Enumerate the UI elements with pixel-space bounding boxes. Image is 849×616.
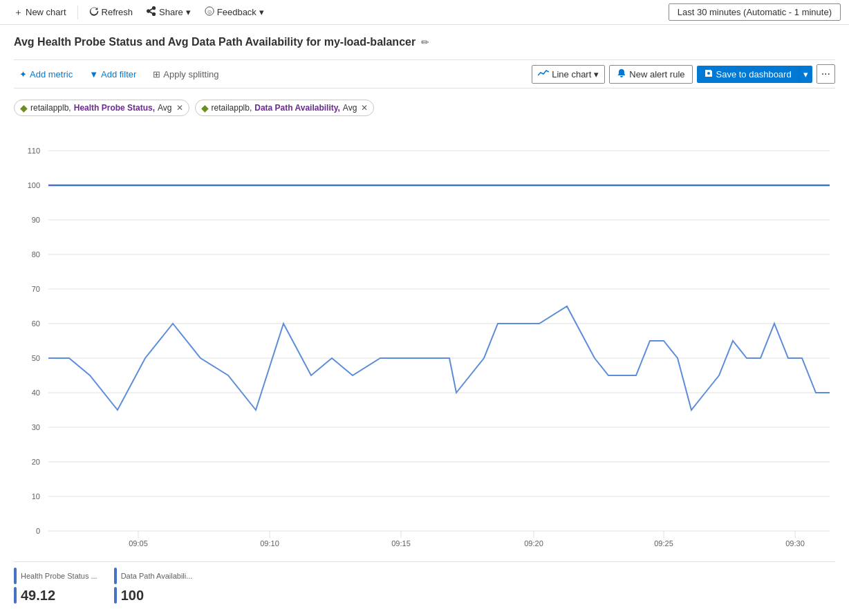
legend-item-1: Health Probe Status ... 49.12 (14, 568, 97, 604)
chart-legend: Health Probe Status ... 49.12 Data Path … (14, 561, 835, 609)
legend-value-row-1: 49.12 (14, 587, 97, 604)
refresh-icon (89, 6, 99, 18)
svg-text:70: 70 (32, 285, 40, 293)
save-dropdown-button[interactable]: ▾ (799, 66, 812, 83)
feedback-chevron-icon: ▾ (259, 7, 264, 17)
divider-1 (77, 6, 78, 19)
plus-icon: ＋ (14, 6, 23, 19)
legend-color-2 (114, 568, 117, 584)
metric-1-name: Health Probe Status, (74, 103, 155, 113)
share-chevron-icon: ▾ (186, 7, 191, 17)
new-alert-label: New alert rule (629, 69, 684, 80)
save-dashboard-button[interactable]: Save to dashboard (697, 66, 799, 83)
new-alert-button[interactable]: New alert rule (609, 65, 692, 84)
svg-text:80: 80 (32, 250, 40, 259)
metric-1-suffix: Avg (158, 103, 171, 113)
legend-color-bar-1 (14, 587, 17, 604)
svg-text:50: 50 (32, 354, 40, 362)
diamond-icon-1: ◆ (20, 102, 28, 113)
split-icon: ⊞ (153, 69, 160, 80)
top-toolbar: ＋ New chart Refresh Share ▾ ☺ Feedback ▾… (0, 0, 849, 25)
svg-text:09:15: 09:15 (391, 539, 411, 548)
time-range-button[interactable]: Last 30 minutes (Automatic - 1 minute) (669, 3, 841, 21)
share-button[interactable]: Share ▾ (141, 3, 196, 21)
legend-color-1 (14, 568, 17, 584)
time-range-label: Last 30 minutes (Automatic - 1 minute) (678, 7, 832, 17)
feedback-button[interactable]: ☺ Feedback ▾ (199, 3, 270, 21)
metrics-toolbar: ✦ Add metric ▼ Add filter ⊞ Apply splitt… (14, 59, 835, 88)
add-metric-button[interactable]: ✦ Add metric (14, 66, 78, 82)
svg-text:110: 110 (28, 147, 40, 155)
metric-tag-1-remove[interactable]: ✕ (176, 103, 183, 113)
add-metric-label: Add metric (30, 69, 73, 80)
metric-tag-2: ◆ retailapplb, Data Path Availability, A… (195, 100, 375, 116)
chart-svg: 110 100 90 80 70 60 50 40 30 20 10 0 (14, 127, 835, 556)
svg-text:0: 0 (36, 527, 40, 535)
save-dashboard-group: Save to dashboard ▾ (697, 66, 812, 83)
svg-text:20: 20 (32, 458, 40, 466)
svg-text:09:30: 09:30 (785, 539, 805, 548)
metric-tag-2-remove[interactable]: ✕ (361, 103, 368, 113)
svg-text:10: 10 (32, 492, 40, 501)
edit-icon[interactable]: ✏ (421, 37, 429, 48)
svg-text:☺: ☺ (206, 8, 212, 15)
metrics-right-controls: Line chart ▾ New alert rule Save to dash… (532, 64, 835, 84)
new-chart-label: New chart (26, 7, 66, 17)
metric-2-suffix: Avg (343, 103, 357, 113)
more-options-button[interactable]: ··· (817, 64, 835, 84)
metric-tag-1: ◆ retailapplb, Health Probe Status, Avg … (14, 100, 189, 116)
metric-1-prefix: retailapplb, (30, 103, 71, 113)
legend-label-2: Data Path Availabili... (121, 572, 193, 580)
metric-2-prefix: retailapplb, (212, 103, 252, 113)
legend-value-1: 49.12 (21, 588, 55, 604)
feedback-label: Feedback (217, 7, 256, 17)
add-metric-icon: ✦ (19, 69, 27, 80)
refresh-label: Refresh (102, 7, 133, 17)
svg-text:90: 90 (32, 216, 40, 224)
new-chart-button[interactable]: ＋ New chart (8, 3, 72, 21)
line-chart-icon (538, 68, 549, 80)
svg-text:09:05: 09:05 (129, 539, 148, 548)
chart-title-row: Avg Health Probe Status and Avg Data Pat… (14, 36, 835, 48)
bell-icon (617, 68, 626, 80)
chart-title: Avg Health Probe Status and Avg Data Pat… (14, 36, 416, 48)
chart-type-label: Line chart (552, 69, 591, 80)
apply-splitting-label: Apply splitting (163, 69, 218, 80)
save-icon (704, 68, 713, 80)
main-content: Avg Health Probe Status and Avg Data Pat… (0, 25, 849, 616)
svg-text:100: 100 (28, 181, 40, 189)
save-dashboard-label: Save to dashboard (716, 69, 792, 80)
legend-item-2: Data Path Availabili... 100 (114, 568, 193, 604)
metric-2-name: Data Path Availability, (254, 103, 340, 113)
legend-color-bar-2 (114, 587, 117, 604)
apply-splitting-button[interactable]: ⊞ Apply splitting (147, 66, 224, 82)
save-chevron-icon: ▾ (803, 69, 808, 80)
chart-type-chevron: ▾ (594, 69, 599, 80)
svg-text:30: 30 (32, 423, 40, 431)
feedback-icon: ☺ (205, 6, 214, 18)
svg-text:09:10: 09:10 (260, 539, 279, 548)
share-icon (147, 6, 156, 18)
metric-tags: ◆ retailapplb, Health Probe Status, Avg … (14, 100, 835, 116)
chart-container: 110 100 90 80 70 60 50 40 30 20 10 0 (14, 127, 835, 609)
svg-text:60: 60 (32, 319, 40, 328)
legend-label-1: Health Probe Status ... (21, 572, 97, 580)
filter-icon: ▼ (89, 69, 98, 80)
legend-value-row-2: 100 (114, 587, 193, 604)
legend-row-2: Data Path Availabili... (114, 568, 193, 584)
refresh-button[interactable]: Refresh (84, 3, 139, 21)
svg-text:09:20: 09:20 (524, 539, 543, 548)
chart-type-button[interactable]: Line chart ▾ (532, 65, 605, 84)
legend-row-1: Health Probe Status ... (14, 568, 97, 584)
svg-text:09:25: 09:25 (654, 539, 673, 548)
add-filter-button[interactable]: ▼ Add filter (84, 66, 142, 82)
share-label: Share (159, 7, 183, 17)
svg-text:40: 40 (32, 389, 40, 397)
ellipsis-icon: ··· (821, 68, 830, 80)
diamond-icon-2: ◆ (201, 102, 209, 113)
add-filter-label: Add filter (101, 69, 136, 80)
legend-value-2: 100 (121, 588, 144, 604)
